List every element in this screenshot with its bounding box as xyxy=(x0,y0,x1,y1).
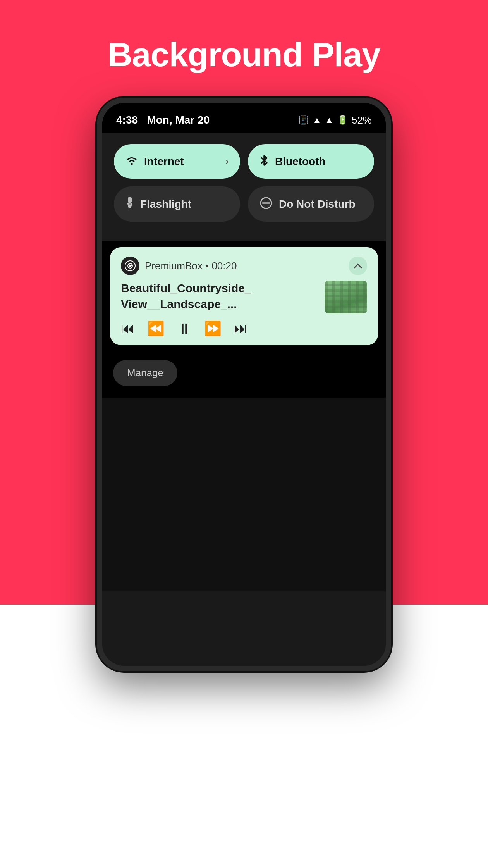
flashlight-label: Flashlight xyxy=(140,198,229,210)
phone-bottom xyxy=(102,398,386,591)
qs-tile-flashlight[interactable]: Flashlight xyxy=(114,186,240,222)
svg-rect-2 xyxy=(129,203,131,205)
media-content: Beautiful_Countryside_View__Landscape_..… xyxy=(121,281,367,336)
signal-icon: ▲ xyxy=(325,115,333,125)
media-app-icon xyxy=(121,257,139,275)
rewind-button[interactable]: ⏪ xyxy=(147,322,165,336)
media-controls: ⏮ ⏪ ⏸ ⏩ ⏭ xyxy=(121,320,317,336)
quick-settings-panel: Internet › Bluetooth xyxy=(102,133,386,241)
dnd-icon xyxy=(259,196,273,212)
phone-screen: 4:38 Mon, Mar 20 📳 ▲ ▲ 🔋 52% xyxy=(102,103,386,591)
media-header: PremiumBox • 00:20 xyxy=(121,257,367,275)
qs-row-1: Internet › Bluetooth xyxy=(114,144,374,179)
skip-previous-button[interactable]: ⏮ xyxy=(121,322,135,336)
skip-next-button[interactable]: ⏭ xyxy=(234,322,248,336)
wifi-status-icon: ▲ xyxy=(313,115,321,125)
manage-button[interactable]: Manage xyxy=(113,360,177,386)
page-title: Background Play xyxy=(108,35,380,74)
battery-percent: 52% xyxy=(352,114,372,126)
thumbnail-image xyxy=(325,281,367,313)
svg-rect-1 xyxy=(128,197,132,203)
flashlight-icon xyxy=(125,196,134,212)
media-track-title: Beautiful_Countryside_View__Landscape_..… xyxy=(121,281,317,312)
manage-section: Manage xyxy=(102,353,386,398)
status-icons: 📳 ▲ ▲ 🔋 52% xyxy=(298,114,372,126)
media-card: PremiumBox • 00:20 Beautiful_Countryside… xyxy=(110,247,378,345)
internet-label: Internet xyxy=(144,155,220,168)
svg-point-0 xyxy=(131,163,133,165)
qs-row-2: Flashlight Do Not Disturb xyxy=(114,186,374,222)
internet-arrow: › xyxy=(226,157,229,167)
status-time: 4:38 xyxy=(116,114,138,126)
status-date: Mon, Mar 20 xyxy=(147,114,210,126)
bluetooth-label: Bluetooth xyxy=(275,155,363,168)
media-expand-button[interactable] xyxy=(349,257,367,275)
wifi-icon xyxy=(125,155,138,168)
bluetooth-icon xyxy=(259,154,269,169)
dnd-label: Do Not Disturb xyxy=(279,198,363,210)
media-thumbnail xyxy=(325,281,367,313)
phone-frame: 4:38 Mon, Mar 20 📳 ▲ ▲ 🔋 52% xyxy=(97,98,391,671)
vibrate-icon: 📳 xyxy=(298,115,309,125)
pause-button[interactable]: ⏸ xyxy=(177,321,192,336)
qs-tile-bluetooth[interactable]: Bluetooth xyxy=(248,144,374,179)
battery-icon: 🔋 xyxy=(337,115,348,125)
media-app-name: PremiumBox • 00:20 xyxy=(145,260,237,272)
status-bar: 4:38 Mon, Mar 20 📳 ▲ ▲ 🔋 52% xyxy=(102,103,386,133)
qs-tile-internet[interactable]: Internet › xyxy=(114,144,240,179)
media-info: Beautiful_Countryside_View__Landscape_..… xyxy=(121,281,317,336)
status-time-date: 4:38 Mon, Mar 20 xyxy=(116,114,210,126)
qs-tile-dnd[interactable]: Do Not Disturb xyxy=(248,186,374,222)
fast-forward-button[interactable]: ⏩ xyxy=(204,322,222,336)
